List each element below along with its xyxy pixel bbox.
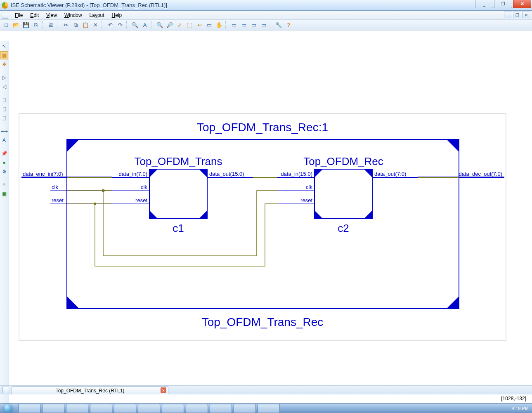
corner-triangle bbox=[67, 139, 79, 152]
task-button[interactable] bbox=[138, 404, 160, 413]
cut-icon[interactable]: ✂ bbox=[61, 21, 70, 30]
task-button[interactable] bbox=[258, 404, 280, 413]
task-button[interactable] bbox=[90, 404, 112, 413]
svg-marker-2 bbox=[199, 169, 207, 177]
t1-tool-icon[interactable]: ⎕ bbox=[0, 96, 8, 104]
tab-doc-icon[interactable] bbox=[2, 387, 9, 393]
document-tab[interactable]: Top_OFDM_Trans_Rec (RTL1) × bbox=[12, 386, 168, 394]
text-tool-icon[interactable]: A bbox=[0, 136, 8, 144]
close-button[interactable]: ✕ bbox=[513, 0, 531, 8]
ext-in2: reset bbox=[52, 197, 64, 203]
b1-port-in1: clk bbox=[141, 184, 147, 190]
win4-icon[interactable]: ▭ bbox=[259, 21, 268, 30]
menu-file[interactable]: File bbox=[12, 12, 26, 19]
clock: 4:19 PM bbox=[512, 406, 529, 411]
block1-instance: c1 bbox=[173, 222, 184, 234]
separator bbox=[126, 21, 129, 29]
system-tray[interactable]: 4:19 PM bbox=[508, 406, 532, 411]
find-icon[interactable]: 🔍 bbox=[130, 21, 140, 30]
tool-icon[interactable]: 🔧 bbox=[274, 21, 283, 30]
menubar: File Edit View Window Layout Help _ ❐ ✕ bbox=[0, 11, 532, 20]
menu-view[interactable]: View bbox=[43, 12, 60, 19]
separator bbox=[42, 21, 45, 29]
delete-icon[interactable]: ✕ bbox=[91, 21, 100, 30]
play-tool-icon[interactable]: ▷ bbox=[0, 73, 8, 82]
zoomprev-icon[interactable]: ↩ bbox=[195, 21, 204, 30]
block-c2[interactable]: Top_OFDM_Rec c2 data_in(15:0) clk reset … bbox=[277, 155, 418, 234]
minimize-button[interactable]: _ bbox=[475, 0, 493, 8]
b2-port-out0: data_out(7:0) bbox=[374, 171, 406, 177]
mdi-close-button[interactable]: ✕ bbox=[522, 12, 530, 18]
task-button[interactable] bbox=[18, 404, 40, 413]
task-button[interactable] bbox=[210, 404, 232, 413]
pin-tool-icon[interactable]: 📌 bbox=[0, 149, 8, 158]
b2-port-in1: clk bbox=[306, 184, 312, 190]
win2-icon[interactable]: ▭ bbox=[239, 21, 248, 30]
select-icon[interactable]: ▭ bbox=[205, 21, 214, 30]
copy-icon[interactable]: ⧉ bbox=[71, 21, 80, 30]
new-icon[interactable]: □ bbox=[2, 21, 11, 30]
back-tool-icon[interactable]: ◁ bbox=[0, 83, 8, 91]
task-button[interactable] bbox=[186, 404, 208, 413]
saveall-icon[interactable]: ⎘ bbox=[31, 21, 40, 30]
separator bbox=[225, 21, 228, 29]
undo-icon[interactable]: ↶ bbox=[106, 21, 115, 30]
b1-port-in0: data_in(7:0) bbox=[119, 171, 147, 177]
task-button[interactable] bbox=[234, 404, 256, 413]
menu-view-label: iew bbox=[50, 12, 57, 18]
task-button[interactable] bbox=[42, 404, 64, 413]
note-tool-icon[interactable]: ▣ bbox=[0, 190, 8, 198]
corner-triangle bbox=[447, 296, 459, 309]
menu-edit-label: dit bbox=[33, 12, 39, 18]
mdi-doc-icon[interactable] bbox=[2, 12, 8, 19]
win3-icon[interactable]: ▭ bbox=[249, 21, 258, 30]
zoomarea-icon[interactable]: ⬚ bbox=[185, 21, 194, 30]
hand-icon[interactable]: ✋ bbox=[215, 21, 224, 30]
select-tool-icon[interactable]: ▦ bbox=[0, 51, 8, 59]
main-area: ↖ ▦ ❖ ▷ ◁ ⎕ ⎕ ⎕ ⟷ A 📌 ● ⚙ ≡ ▣ Top_O bbox=[0, 41, 532, 405]
arrow-tool-icon[interactable]: ↖ bbox=[0, 42, 8, 50]
zoomfit-icon[interactable]: ⤢ bbox=[175, 21, 184, 30]
b1-port-in2: reset bbox=[135, 197, 147, 203]
block-c1[interactable]: Top_OFDM_Trans c1 data_in(7:0) clk reset… bbox=[112, 155, 253, 234]
tab-close-icon[interactable]: × bbox=[161, 387, 166, 393]
save-icon[interactable]: 💾 bbox=[21, 21, 31, 30]
mdi-minimize-button[interactable]: _ bbox=[504, 12, 512, 18]
findpanel-icon[interactable]: A bbox=[140, 21, 149, 30]
print-icon[interactable]: 🖶 bbox=[46, 21, 55, 30]
mdi-maximize-button[interactable]: ❐ bbox=[513, 12, 521, 18]
ruler-tool-icon[interactable]: ⟷ bbox=[0, 127, 8, 135]
zoomin-icon[interactable]: 🔎 bbox=[165, 21, 174, 30]
task-button[interactable] bbox=[114, 404, 136, 413]
start-button[interactable] bbox=[0, 404, 17, 413]
corner-triangle bbox=[67, 296, 79, 309]
open-icon[interactable]: 📂 bbox=[12, 21, 21, 30]
document-tab-label: Top_OFDM_Trans_Rec (RTL1) bbox=[56, 388, 125, 394]
corner-triangle bbox=[447, 139, 459, 152]
menu-file-label: ile bbox=[18, 12, 23, 18]
task-button[interactable] bbox=[66, 404, 88, 413]
menu-help[interactable]: Help bbox=[109, 12, 125, 19]
maximize-button[interactable]: ❐ bbox=[494, 0, 512, 8]
help-icon[interactable]: ? bbox=[284, 21, 293, 30]
top-module-rect[interactable] bbox=[67, 139, 459, 309]
b1-port-out0: data_out(15:0) bbox=[209, 171, 244, 177]
paste-icon[interactable]: 📋 bbox=[81, 21, 90, 30]
module-title-top: Top_OFDM_Trans_Rec:1 bbox=[197, 121, 328, 134]
hier-tool-icon[interactable]: ❖ bbox=[0, 60, 8, 68]
menu-window[interactable]: Window bbox=[61, 12, 85, 19]
t3-tool-icon[interactable]: ⎕ bbox=[0, 114, 8, 122]
bar-tool-icon[interactable]: ≡ bbox=[0, 181, 8, 189]
menu-edit[interactable]: Edit bbox=[27, 12, 42, 19]
go-tool-icon[interactable]: ● bbox=[0, 158, 8, 167]
menu-window-label: indow bbox=[69, 12, 82, 18]
t2-tool-icon[interactable]: ⎕ bbox=[0, 105, 8, 113]
task-button[interactable] bbox=[162, 404, 184, 413]
win1-icon[interactable]: ▭ bbox=[229, 21, 239, 30]
cfg-tool-icon[interactable]: ⚙ bbox=[0, 168, 8, 176]
schematic-canvas[interactable]: Top_OFDM_Trans_Rec:1 Top_OFDM_Trans_Rec … bbox=[9, 41, 532, 405]
separator bbox=[102, 21, 104, 29]
redo-icon[interactable]: ↷ bbox=[116, 21, 125, 30]
zoom-icon[interactable]: 🔍 bbox=[155, 21, 164, 30]
menu-layout[interactable]: Layout bbox=[86, 12, 108, 19]
